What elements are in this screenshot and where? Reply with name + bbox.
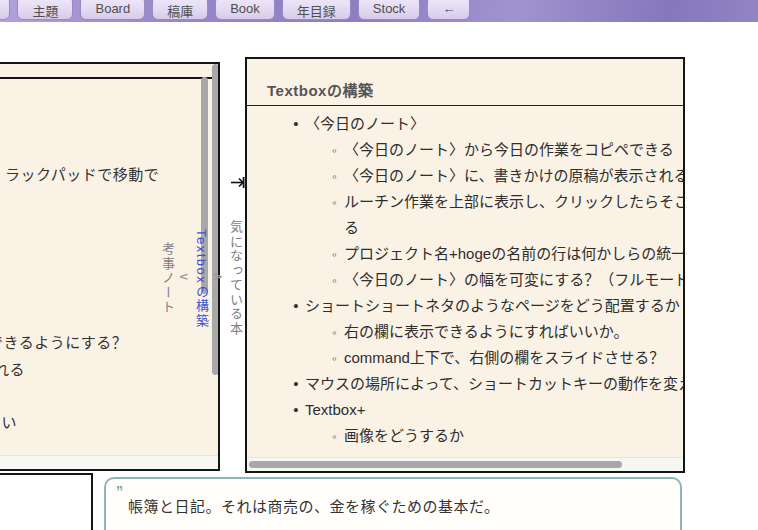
outline-item[interactable]: ◦〈今日のノート〉の幅を可変にする？（フルモード: [247, 267, 683, 293]
bullet-icon: ◦: [325, 346, 344, 372]
bullet-icon: ◦: [325, 190, 344, 216]
outline-item[interactable]: •〈今日のノート〉: [247, 111, 683, 137]
bottom-left-pane: [0, 473, 93, 530]
note-text-line[interactable]: れる: [0, 358, 25, 379]
toolbar-button-book[interactable]: Book: [215, 0, 275, 20]
left-panel-title-rule: [0, 64, 218, 79]
page-title: Textboxの構築: [247, 79, 683, 106]
bullet-icon: ◦: [325, 138, 344, 164]
outline-item[interactable]: ◦画像をどうするか: [247, 423, 683, 449]
outline-item[interactable]: ◦ルーチン作業を上部に表示し、クリックしたらそこに移動す: [247, 189, 683, 215]
outline-item[interactable]: •ショートショートネタのようなページをどう配置するか: [247, 293, 683, 319]
chevron-up-icon[interactable]: ∧: [211, 272, 226, 283]
outline-item-text: 〈今日のノート〉に、書きかけの原稿が表示される: [344, 167, 683, 184]
outline-item-text: プロジェクト名+hogeの名前の行は何かしらの統一: [344, 245, 683, 262]
chevron-down-icon[interactable]: ∨: [177, 272, 192, 283]
toolbar-button-shudai[interactable]: 主題: [17, 0, 73, 20]
bullet-icon: ◦: [325, 242, 344, 268]
toolbar: on 主題 Board 稿庫 Book 年目録 Stock ←: [0, 0, 758, 22]
quote-box: ” 帳簿と日記。それは商売の、金を稼ぐための基本だ。: [104, 477, 682, 530]
outline-item-text: ルーチン作業を上部に表示し、クリックしたらそこに移動す: [344, 193, 683, 210]
right-note-panel: Textboxの構築 •〈今日のノート〉 ◦〈今日のノート〉から今日の作業をコピ…: [245, 57, 685, 473]
nav-page-textbox-active[interactable]: Textboxの構築: [192, 229, 211, 328]
outline-list: •〈今日のノート〉 ◦〈今日のノート〉から今日の作業をコピペできる ◦〈今日のノ…: [247, 111, 683, 449]
toolbar-button-stock[interactable]: Stock: [358, 0, 421, 20]
outline-item[interactable]: ◦〈今日のノート〉に、書きかけの原稿が表示される: [247, 163, 683, 189]
outline-item-text: 〈今日のノート〉: [305, 115, 425, 132]
bullet-icon: ◦: [325, 320, 344, 346]
nav-page-kojinote[interactable]: 考事ノート: [158, 242, 177, 315]
outline-item-text: Textbox+: [305, 401, 365, 418]
left-note-panel-content: ラックパッドで移動で できるようにする？ れる しい: [0, 64, 218, 469]
right-panel-horizontal-scrollbar-track[interactable]: [247, 457, 683, 471]
note-text-line[interactable]: しい: [0, 411, 17, 432]
right-panel-horizontal-scrollbar-thumb[interactable]: [249, 461, 622, 468]
toolbar-button-on[interactable]: on: [0, 0, 10, 20]
right-note-panel-content: Textboxの構築 •〈今日のノート〉 ◦〈今日のノート〉から今日の作業をコピ…: [247, 59, 683, 471]
toolbar-button-board[interactable]: Board: [80, 0, 145, 20]
left-note-panel: ラックパッドで移動で できるようにする？ れる しい: [0, 62, 220, 471]
outline-item-wrap-continuation[interactable]: る: [247, 215, 683, 241]
back-arrow-button[interactable]: ←: [427, 0, 470, 20]
note-text-line[interactable]: できるようにする？: [0, 331, 127, 352]
bullet-icon: •: [287, 293, 305, 319]
outline-item-text: 画像をどうするか: [344, 427, 464, 444]
outline-item[interactable]: ◦プロジェクト名+hogeの名前の行は何かしらの統一: [247, 241, 683, 267]
left-panel-outer-scrollbar-thumb[interactable]: [212, 64, 218, 375]
outline-item[interactable]: •Textbox+: [247, 397, 683, 423]
nav-page-kininatteiruhon[interactable]: 気になっている本: [226, 220, 245, 336]
bullet-icon: •: [287, 111, 305, 137]
bullet-icon: •: [287, 371, 305, 397]
quote-text: 帳簿と日記。それは商売の、金を稼ぐための基本だ。: [128, 495, 500, 516]
bullet-icon: •: [287, 397, 305, 423]
outline-item-text: ショートショートネタのようなページをどう配置するか: [305, 297, 680, 314]
outline-item-text: 右の欄に表示できるようにすればいいか。: [344, 323, 629, 340]
bullet-icon: ◦: [325, 424, 344, 450]
outline-item-text: 〈今日のノート〉から今日の作業をコピペできる: [344, 141, 674, 158]
bullet-icon: ◦: [325, 268, 344, 294]
page-nav-strip: 気になっている本 ∧ Textboxの構築 ∨ 考事ノート: [220, 57, 245, 473]
outline-item[interactable]: ◦右の欄に表示できるようにすればいいか。: [247, 319, 683, 345]
outline-item[interactable]: ◦〈今日のノート〉から今日の作業をコピペできる: [247, 137, 683, 163]
note-text-line[interactable]: ラックパッドで移動で: [5, 163, 159, 184]
quote-mark-icon: ”: [116, 483, 123, 499]
resize-cursor-icon: [230, 175, 246, 193]
bullet-icon: ◦: [325, 164, 344, 190]
outline-item[interactable]: •マウスの場所によって、ショートカットキーの動作を変える: [247, 371, 683, 397]
left-panel-horizontal-scrollbar-track[interactable]: [0, 455, 218, 469]
toolbar-button-kouko[interactable]: 稿庫: [152, 0, 208, 20]
toolbar-button-nenmokuroku[interactable]: 年目録: [282, 0, 351, 20]
outline-item-text: command上下で、右側の欄をスライドさせる？: [344, 349, 664, 366]
outline-item-text: る: [344, 219, 359, 236]
outline-item[interactable]: ◦command上下で、右側の欄をスライドさせる？: [247, 345, 683, 371]
outline-item-text: マウスの場所によって、ショートカットキーの動作を変える: [305, 375, 683, 392]
outline-item-text: 〈今日のノート〉の幅を可変にする？（フルモード: [344, 271, 683, 288]
